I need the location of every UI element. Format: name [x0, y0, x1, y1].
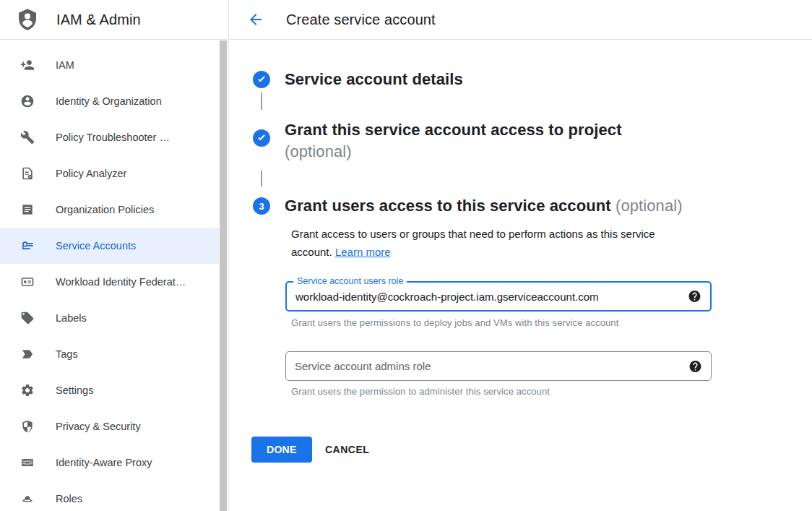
- shield-person-icon: [16, 7, 39, 32]
- article-icon: [20, 202, 35, 217]
- sidebar-item-label: Organization Policies: [56, 204, 154, 215]
- done-button[interactable]: DONE: [251, 437, 312, 463]
- sidebar-item-label: Privacy & Security: [56, 421, 141, 432]
- step-description: Grant access to users or groups that nee…: [291, 225, 696, 261]
- sidebar-item-organization-policies[interactable]: Organization Policies: [0, 192, 219, 228]
- gear-icon: [20, 383, 35, 398]
- sidebar-item-label: Policy Analyzer: [56, 168, 126, 179]
- document-gear-icon: [20, 166, 35, 181]
- sidebar-item-policy-analyzer[interactable]: Policy Analyzer: [0, 155, 219, 192]
- wrench-icon: [20, 130, 35, 145]
- users-role-help-button[interactable]: [688, 290, 701, 304]
- sidebar-item-workload-identity-federation[interactable]: Workload Identity Federat…: [0, 264, 219, 300]
- sidebar-item-label: Workload Identity Federat…: [56, 276, 186, 288]
- proxy-icon: [20, 455, 35, 470]
- sidebar-item-label: Identity & Organization: [56, 95, 162, 107]
- hat-icon: [20, 491, 35, 506]
- learn-more-link[interactable]: Learn more: [335, 246, 391, 258]
- sidebar-item-label: IAM: [56, 59, 74, 71]
- app-root: IAM & Admin IAM Identity & Organization …: [0, 0, 812, 511]
- person-add-icon: [20, 58, 35, 72]
- step-number-badge: 3: [253, 197, 270, 215]
- main-header: Create service account: [230, 0, 812, 40]
- help-icon: [688, 290, 701, 304]
- sidebar-item-privacy-security[interactable]: Privacy & Security: [0, 408, 219, 445]
- step-number: 3: [259, 201, 264, 212]
- step-title-text: Grant users access to this service accou…: [285, 197, 611, 215]
- check-circle-icon: [253, 71, 270, 88]
- sidebar-scrollbar[interactable]: [220, 40, 227, 511]
- step-title-text: Service account details: [285, 70, 463, 88]
- sidebar-item-roles[interactable]: Roles: [0, 481, 219, 511]
- product-title: IAM & Admin: [56, 12, 141, 28]
- sidebar-item-labels[interactable]: Labels: [0, 300, 219, 336]
- sidebar-item-policy-troubleshooter[interactable]: Policy Troubleshooter …: [0, 119, 219, 155]
- step-title-text: Grant this service account access to pro…: [285, 121, 622, 139]
- sidebar-item-label: Service Accounts: [56, 240, 136, 252]
- sidebar-item-label: Labels: [56, 312, 87, 324]
- sidebar-item-settings[interactable]: Settings: [0, 372, 219, 408]
- create-service-account-form: Service account details Grant this servi…: [230, 40, 812, 511]
- sidebar-item-label: Roles: [56, 493, 82, 504]
- sidebar-item-identity-aware-proxy[interactable]: Identity-Aware Proxy: [0, 445, 219, 481]
- sidebar-nav: IAM Identity & Organization Policy Troub…: [0, 47, 219, 511]
- stepper-connector: [261, 171, 262, 186]
- users-role-helper-text: Grant users the permissions to deploy jo…: [291, 317, 618, 328]
- shield-icon: [20, 419, 35, 434]
- card-icon: [20, 275, 35, 289]
- admins-role-field: [285, 351, 712, 381]
- users-role-input[interactable]: [287, 283, 710, 310]
- sidebar-item-identity-organization[interactable]: Identity & Organization: [0, 83, 219, 119]
- users-role-field: Service account users role: [285, 281, 712, 312]
- step-optional-text: (optional): [616, 197, 683, 215]
- check-circle-icon: [253, 129, 270, 147]
- sidebar: IAM & Admin IAM Identity & Organization …: [0, 0, 229, 511]
- account-circle-icon: [20, 94, 35, 108]
- stepper-connector: [261, 93, 262, 110]
- back-button[interactable]: [246, 9, 266, 30]
- sidebar-header: IAM & Admin: [0, 0, 228, 40]
- sidebar-item-iam[interactable]: IAM: [0, 47, 219, 83]
- admins-role-input[interactable]: [286, 352, 711, 380]
- page-title: Create service account: [286, 12, 436, 28]
- admins-role-helper-text: Grant users the permission to administer…: [291, 386, 550, 397]
- sidebar-item-label: Policy Troubleshooter …: [56, 132, 170, 143]
- cancel-button[interactable]: CANCEL: [319, 437, 375, 463]
- step-grant-access-to-project[interactable]: Grant this service account access to pro…: [285, 119, 718, 163]
- main-panel: Create service account Service account d…: [230, 0, 812, 511]
- step-service-account-details[interactable]: Service account details: [285, 70, 463, 89]
- sidebar-item-label: Settings: [56, 385, 93, 396]
- sidebar-item-label: Identity-Aware Proxy: [56, 457, 152, 468]
- tag-arrow-icon: [20, 347, 35, 361]
- step-grant-users-access[interactable]: Grant users access to this service accou…: [285, 197, 683, 215]
- sidebar-item-label: Tags: [56, 348, 78, 360]
- admins-role-help-button[interactable]: [688, 359, 702, 373]
- help-icon: [688, 359, 702, 373]
- service-account-icon: [20, 239, 35, 253]
- arrow-back-icon: [247, 11, 264, 28]
- step-optional-text: (optional): [285, 142, 352, 160]
- label-tag-icon: [20, 311, 35, 325]
- sidebar-item-service-accounts[interactable]: Service Accounts: [0, 228, 219, 264]
- sidebar-item-tags[interactable]: Tags: [0, 336, 219, 372]
